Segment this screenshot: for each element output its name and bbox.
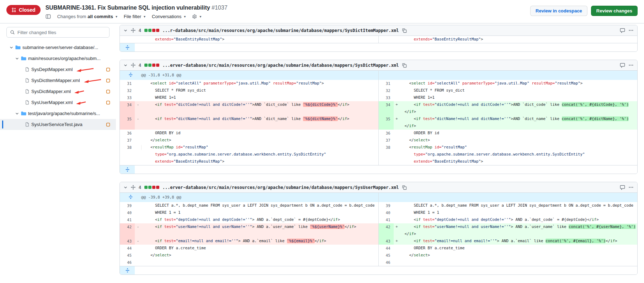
line-number: 37 (120, 137, 135, 144)
review-in-codespace-button[interactable]: Review in codespace (530, 6, 587, 16)
diffstat (144, 29, 159, 32)
collapse-file-icon[interactable] (123, 185, 128, 190)
filter-changed-files-input[interactable] (6, 27, 110, 38)
tree-file-row[interactable]: SysDictItemMapper.xml (0, 75, 116, 86)
diffstat-square (152, 186, 155, 189)
diff-row: 37 </select>37 </select> (120, 137, 637, 144)
code-line (400, 259, 638, 266)
drag-move-icon[interactable] (131, 63, 135, 67)
expand-hunk-icon[interactable] (120, 193, 141, 202)
folder-icon (21, 56, 26, 61)
drag-move-icon[interactable] (131, 185, 135, 190)
file-filter-dropdown[interactable]: File filter (124, 14, 145, 19)
conversations-dropdown[interactable]: Conversations (152, 14, 186, 19)
expand-diff-icon[interactable] (120, 43, 135, 51)
expand-diff-icon[interactable] (120, 165, 135, 174)
diff-marker: + (394, 223, 400, 238)
expand-bar-fill (135, 266, 637, 274)
modified-file-icon (106, 123, 110, 127)
chevron-down-icon[interactable] (9, 45, 14, 50)
diff-marker: + (394, 238, 400, 245)
modified-file-icon (106, 67, 110, 72)
expand-bar-fill (135, 43, 637, 51)
code-line: ORDER BY id (141, 130, 379, 137)
diff-table: @@ -39,8 +39,8 @@39 SELECT a.*, b.dept_n… (120, 193, 637, 266)
diff-marker: + (394, 101, 400, 115)
diff-marker (394, 137, 400, 144)
code-line: </select> (400, 137, 638, 144)
file-tree-label: main/resources/org/apache/subm... (28, 56, 101, 61)
hunk-fill (379, 193, 638, 202)
diff-marker (394, 202, 400, 209)
diff-marker (394, 245, 400, 252)
expand-hunk-icon[interactable] (120, 71, 141, 80)
folder-icon (21, 111, 26, 116)
expand-bar (120, 43, 637, 51)
file-filter-label: File filter (124, 14, 141, 19)
annotation-arrow (83, 78, 102, 84)
hunk-header-row: @@ -39,8 +39,8 @@ (120, 193, 637, 202)
diff-marker: - (135, 223, 141, 238)
pr-title: SUBMARINE-1361. Fix Submarine SQL inject… (46, 5, 210, 11)
line-number: 40 (120, 209, 135, 216)
code-line: <if test="deptCode!=null and deptCode!='… (400, 216, 638, 223)
drag-move-icon[interactable] (131, 28, 135, 33)
diff-row: 42- <if test="userName!=null and userNam… (120, 223, 637, 238)
code-line: <if test="userName!=null and userName!='… (400, 223, 638, 238)
code-line: ORDER BY a.create_time (400, 245, 638, 252)
diffstat-square (144, 64, 148, 67)
collapse-file-icon[interactable] (123, 63, 128, 67)
comment-icon[interactable] (620, 185, 625, 190)
diff-list: 4...r-database/src/main/resources/org/ap… (116, 23, 644, 283)
kebab-icon[interactable] (628, 28, 634, 33)
expand-bar (120, 165, 637, 174)
code-line: <resultMap id="resultMap" type="org.apac… (141, 144, 379, 165)
kebab-icon[interactable] (628, 185, 634, 190)
diff-marker (135, 252, 141, 259)
diffstat-square (156, 64, 159, 67)
file-icon (25, 122, 30, 127)
code-line: <if test="userName!=null and userName!='… (141, 223, 379, 238)
file-tree-label: SysUserMapper.xml (31, 100, 73, 105)
sidebar-toggle-icon[interactable] (46, 14, 51, 19)
chevron-down-icon[interactable] (15, 111, 19, 116)
copy-path-icon[interactable] (402, 63, 407, 68)
expand-bar-fill (135, 165, 637, 174)
tree-folder-row[interactable]: main/resources/org/apache/subm... (0, 53, 116, 64)
tree-file-row[interactable]: SysDeptMapper.xml (0, 64, 116, 75)
comment-icon[interactable] (620, 28, 625, 33)
line-number: 44 (379, 245, 394, 252)
diffstat-square (144, 29, 148, 32)
diffstat-square (148, 29, 151, 32)
diff-row: 46 46 (120, 259, 637, 266)
diff-marker (394, 252, 400, 259)
tree-file-row[interactable]: SysUserMapper.xml (0, 97, 116, 108)
tree-file-row[interactable]: SysDictMapper.xml (0, 86, 116, 97)
diff-marker (394, 36, 400, 43)
line-number: 41 (379, 216, 394, 223)
copy-path-icon[interactable] (402, 185, 407, 190)
collapse-file-icon[interactable] (123, 28, 128, 33)
code-line: ORDER BY a.create_time (141, 245, 379, 252)
code-line: <if test="dictCode!=null and dictCode!='… (141, 101, 379, 115)
tree-folder-row[interactable]: submarine-server/server-database/... (0, 42, 116, 53)
diff-settings-dropdown[interactable] (192, 14, 201, 19)
kebab-icon[interactable] (628, 62, 634, 68)
chevron-down-icon[interactable] (15, 56, 19, 61)
comment-icon[interactable] (620, 62, 625, 68)
modified-file-icon (106, 78, 110, 83)
commits-filter-dropdown[interactable]: Changes from all commits (57, 14, 117, 19)
expand-diff-icon[interactable] (120, 266, 135, 274)
code-line: extends="BaseEntityResultMap"> (141, 36, 379, 43)
line-number: 35 (120, 115, 135, 130)
expand-bar (120, 266, 637, 274)
commits-filter-prefix: Changes from (57, 14, 86, 19)
line-number: 42 (120, 223, 135, 238)
tree-file-row[interactable]: SysUserServiceTest.java (0, 119, 116, 130)
review-changes-button[interactable]: Review changes (591, 6, 638, 16)
line-number: 31 (120, 80, 135, 87)
line-number: 46 (379, 259, 394, 266)
tree-folder-row[interactable]: test/java/org/apache/submarine/s... (0, 108, 116, 119)
code-line: <select id="selectAll" parameterType="ja… (400, 80, 638, 87)
copy-path-icon[interactable] (402, 28, 407, 33)
